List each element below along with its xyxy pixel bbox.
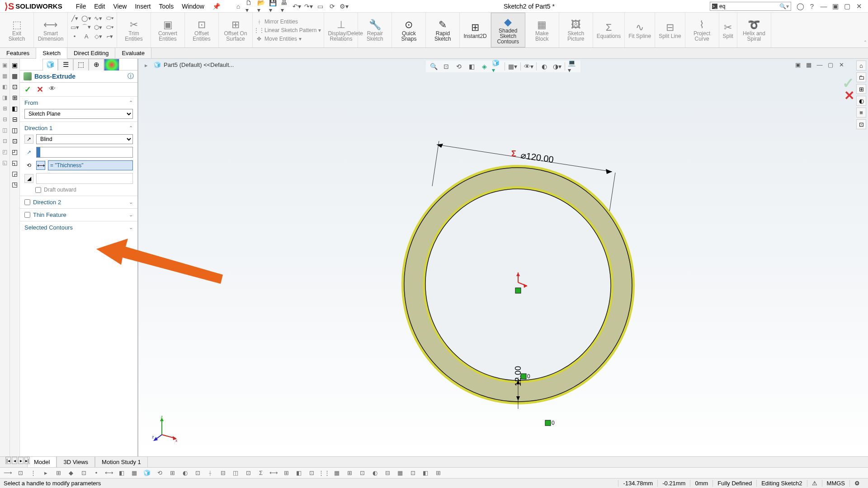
- taskpane-resources-icon[interactable]: ⌂: [856, 61, 866, 70]
- panel-tab-feature[interactable]: 🧊: [42, 59, 58, 70]
- panel-tab-dim[interactable]: ⊕: [89, 59, 104, 70]
- new-icon[interactable]: 🗋▾: [245, 2, 255, 11]
- make-block-button[interactable]: ▦ Make Block: [525, 13, 559, 47]
- section-selected-contours[interactable]: Selected Contours ⌄: [20, 221, 137, 234]
- bt-ico-11[interactable]: ▦: [130, 469, 138, 477]
- rail2-ico-12[interactable]: ◳: [12, 181, 18, 188]
- pattern-icon[interactable]: ⋮⋮: [255, 27, 263, 34]
- sketch-picture-button[interactable]: 🖼 Sketch Picture: [559, 13, 593, 47]
- home-icon[interactable]: ⌂: [234, 2, 243, 11]
- rail-ico-2[interactable]: ▦: [1, 72, 9, 80]
- offset-entities-button[interactable]: ⊡ Offset Entities: [185, 13, 219, 47]
- bt-ico-19[interactable]: ◫: [231, 469, 240, 477]
- panel-tab-display[interactable]: ⬚: [73, 59, 89, 70]
- exit-sketch-button[interactable]: ⬚ Exit Sketch: [0, 13, 34, 47]
- shaded-sketch-button[interactable]: ◆ Shaded Sketch Contours: [491, 13, 525, 47]
- section-dir1-header[interactable]: Direction 1 ⌃: [24, 125, 133, 131]
- arc-icon[interactable]: ⌒▾: [82, 23, 90, 31]
- direction-arrow-icon[interactable]: ↗: [24, 148, 33, 157]
- rail-ico-1[interactable]: ▣: [1, 61, 9, 69]
- tab-prev-icon[interactable]: ◂: [12, 457, 17, 464]
- rail2-ico-1[interactable]: ▣: [12, 61, 18, 69]
- prev-view-icon[interactable]: ⟲: [454, 61, 464, 71]
- end-condition-select[interactable]: Blind: [36, 134, 133, 144]
- plane-icon[interactable]: ◇▾: [94, 32, 102, 40]
- thin-feature-checkbox[interactable]: [24, 212, 30, 218]
- reverse-direction-icon[interactable]: ↗: [24, 135, 33, 144]
- minimize-icon[interactable]: —: [819, 2, 828, 10]
- rail2-ico-3[interactable]: ⊡: [12, 83, 18, 90]
- bt-ico-15[interactable]: ◐: [181, 469, 189, 477]
- print-icon[interactable]: 🖶▾: [281, 2, 290, 11]
- cancel-feature-icon[interactable]: ✕: [844, 88, 854, 103]
- line-icon[interactable]: ╱▾: [71, 14, 79, 22]
- spline-icon[interactable]: ∿▾: [94, 14, 102, 22]
- open-icon[interactable]: 📂▾: [257, 2, 266, 11]
- bt-ico-9[interactable]: ⟷: [105, 469, 113, 477]
- direction2-checkbox[interactable]: [24, 199, 30, 205]
- bt-ico-22[interactable]: ⟷: [269, 469, 278, 477]
- graphics-viewport[interactable]: ▸ 🧊 Part5 (Default) <<Default... 🔍 ⊡ ⟲ ◧…: [138, 59, 868, 456]
- polygon-icon[interactable]: ⬡▾: [94, 23, 102, 31]
- dynamic-view-icon[interactable]: ◈: [479, 61, 489, 71]
- menu-pin-icon[interactable]: 📌: [212, 3, 220, 10]
- panel-help-icon[interactable]: ⓘ: [127, 72, 134, 80]
- tab-evaluate[interactable]: Evaluate: [115, 48, 151, 58]
- taskpane-design-icon[interactable]: 🗀: [856, 72, 866, 82]
- bt-ico-8[interactable]: •: [92, 469, 100, 477]
- slot-icon[interactable]: ⬭▾: [106, 23, 114, 31]
- repair-sketch-button[interactable]: 🔧 Repair Sketch: [358, 13, 392, 47]
- sketch-geometry[interactable]: Σ ⌀120.00: [306, 104, 667, 443]
- from-select[interactable]: Sketch Plane: [24, 109, 133, 119]
- menu-edit[interactable]: Edit: [94, 3, 105, 10]
- point-icon[interactable]: •: [71, 32, 79, 40]
- bt-ico-20[interactable]: ⊡: [244, 469, 252, 477]
- bt-ico-24[interactable]: ◧: [295, 469, 303, 477]
- search-icon[interactable]: 🔍▾: [779, 3, 789, 9]
- equations-button[interactable]: Σ Equations: [593, 13, 625, 47]
- depth-refresh-icon[interactable]: ⟲: [24, 161, 33, 170]
- close-icon[interactable]: ✕: [854, 2, 863, 10]
- taskpane-appearance-icon[interactable]: ◐: [856, 96, 866, 106]
- instant2d-button[interactable]: ⊞ Instant2D: [460, 13, 491, 47]
- bottom-tab-3dviews[interactable]: 3D Views: [57, 457, 95, 467]
- fillet-icon[interactable]: ⌐▾: [106, 32, 114, 40]
- tab-first-icon[interactable]: |◂: [5, 457, 11, 464]
- undo-icon[interactable]: ↶▾: [292, 2, 302, 11]
- bt-ico-16[interactable]: ⊡: [193, 469, 202, 477]
- rail2-ico-4[interactable]: ⊞: [12, 94, 18, 101]
- bottom-tab-motion[interactable]: Motion Study 1: [95, 457, 148, 467]
- cancel-button[interactable]: ✕: [37, 84, 43, 94]
- view-settings-icon[interactable]: 💻▾: [568, 61, 578, 71]
- helix-button[interactable]: ➰ Helix and Spiral: [737, 13, 771, 47]
- bt-ico-26[interactable]: ⋮⋮: [320, 469, 328, 477]
- rail-ico-8[interactable]: ⊡: [1, 137, 9, 145]
- bt-ico-28[interactable]: ⊞: [345, 469, 354, 477]
- taskpane-forum-icon[interactable]: ⊡: [856, 119, 866, 129]
- bt-ico-23[interactable]: ⊞: [282, 469, 290, 477]
- trim-entities-button[interactable]: ✂ Trim Entities: [117, 13, 151, 47]
- bt-ico-13[interactable]: ⟲: [156, 469, 164, 477]
- ok-button[interactable]: ✓: [24, 84, 31, 94]
- zoom-fit-icon[interactable]: 🔍: [429, 61, 439, 71]
- search-input[interactable]: eq: [719, 3, 725, 9]
- redo-icon[interactable]: ↷▾: [304, 2, 313, 11]
- smart-dimension-button[interactable]: ⟷ Smart Dimension: [34, 13, 68, 47]
- tab-last-icon[interactable]: ▸|: [24, 457, 30, 464]
- hide-show-icon[interactable]: 👁▾: [524, 61, 533, 71]
- section-direction2[interactable]: Direction 2 ⌄: [20, 196, 137, 209]
- panel-tab-config[interactable]: ☰: [58, 59, 73, 70]
- direction-vector-input[interactable]: [36, 147, 133, 158]
- draft-outward-checkbox[interactable]: [35, 187, 41, 193]
- bt-ico-32[interactable]: ▦: [396, 469, 404, 477]
- panel-tab-appearance[interactable]: [104, 59, 119, 70]
- text-icon[interactable]: A: [82, 32, 90, 40]
- bt-ico-6[interactable]: ◆: [67, 469, 75, 477]
- menu-file[interactable]: File: [76, 3, 86, 10]
- section-thin-feature[interactable]: Thin Feature ⌄: [20, 209, 137, 221]
- expand-tree-icon[interactable]: ▸: [145, 62, 151, 68]
- taskpane-view-icon[interactable]: ⊞: [856, 84, 866, 94]
- rail-ico-3[interactable]: ◧: [1, 83, 9, 90]
- save-icon[interactable]: 💾▾: [269, 2, 278, 11]
- display-style-icon[interactable]: ▦▾: [508, 61, 518, 71]
